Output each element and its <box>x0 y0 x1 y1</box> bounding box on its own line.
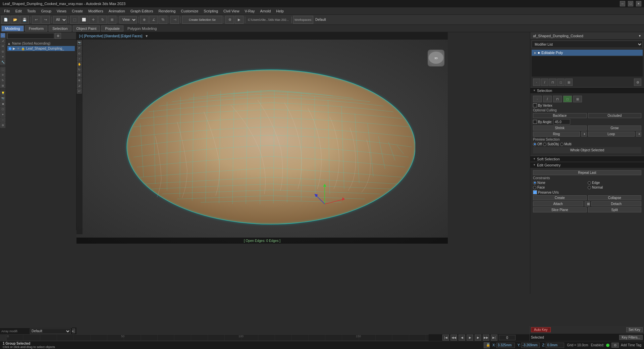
save-button[interactable]: 💾 <box>20 16 29 24</box>
lock-selection-btn[interactable]: 🔒 <box>484 342 490 348</box>
edge-radio[interactable]: Edge <box>588 181 641 185</box>
z-coord-value[interactable]: 0.0mm <box>546 343 564 348</box>
sel-element-btn[interactable]: ⊞ <box>573 96 582 102</box>
face-radio[interactable]: Face <box>533 186 587 189</box>
light-icon[interactable]: 💡 <box>0 91 5 96</box>
sel-polygon-btn[interactable]: □ <box>563 96 572 102</box>
none-radio[interactable]: None <box>533 181 587 185</box>
hierarchy-icon[interactable]: H <box>0 44 5 49</box>
loop-btn[interactable]: Loop <box>588 132 635 137</box>
key-filters-btn[interactable]: Key Filters... <box>619 335 643 340</box>
backface-btn[interactable]: Backface <box>533 113 587 118</box>
menu-animation[interactable]: Animation <box>106 8 128 14</box>
time-next-frame-btn[interactable]: ▶ <box>475 335 481 341</box>
by-angle-checkbox-item[interactable]: By Angle: <box>533 120 552 124</box>
tab-selection[interactable]: Selection <box>49 26 71 32</box>
normal-radio[interactable]: Normal <box>588 186 641 189</box>
undo-button[interactable]: ↩ <box>32 16 41 24</box>
scene-item-dumpling[interactable]: ▶ 👁 🔒 Leaf_Shaped_Dumpling_ <box>7 46 75 51</box>
motion-icon[interactable]: ◎ <box>0 49 5 54</box>
attach-settings-btn[interactable]: ⊞ <box>585 201 590 206</box>
scale-button[interactable]: ⊞ <box>108 16 116 24</box>
open-button[interactable]: 📂 <box>11 16 19 24</box>
by-angle-checkbox[interactable] <box>533 120 537 124</box>
time-prev-key-btn[interactable]: ◀◀ <box>450 335 457 341</box>
autokey-btn[interactable]: Auto Key <box>531 327 551 332</box>
modify-icon[interactable]: ⊿ <box>0 38 5 43</box>
select-region-button[interactable]: ⬜ <box>79 16 88 24</box>
vp-orbit-btn[interactable]: ↻ <box>77 67 82 72</box>
vp-field-of-view-btn[interactable]: ⊿ <box>77 83 82 88</box>
redo-button[interactable]: ↪ <box>41 16 50 24</box>
viewport-orientation-cube[interactable]: 3D <box>428 50 444 66</box>
edge-subobj-btn[interactable]: / <box>541 79 548 86</box>
grow-btn[interactable]: Grow <box>588 126 642 131</box>
menu-graph-editors[interactable]: Graph Editors <box>128 8 156 14</box>
sel-border-btn[interactable]: ⊓ <box>553 96 562 102</box>
settings-subobj-btn[interactable]: ⚙ <box>634 79 641 86</box>
polygon-subobj-btn[interactable]: □ <box>557 79 565 86</box>
add-time-tag-label[interactable]: Add Time Tag <box>621 343 641 347</box>
vp-camera-btn[interactable]: 📷 <box>77 40 82 45</box>
close-button[interactable]: ✕ <box>636 1 641 6</box>
menu-views[interactable]: Views <box>54 8 69 14</box>
ring-plus-btn[interactable]: + <box>581 132 587 137</box>
menu-edit[interactable]: Edit <box>13 8 24 14</box>
vp-zoom-btn[interactable]: + <box>77 56 82 61</box>
panel-expand-icon[interactable]: ▼ <box>638 34 641 38</box>
scene-sort-header[interactable]: ▲ Name (Sorted Ascending) <box>7 41 75 46</box>
time-go-start-btn[interactable]: |◀ <box>442 335 449 341</box>
menu-civil-view[interactable]: Civil View <box>221 8 242 14</box>
scene-search-input[interactable] <box>7 33 54 39</box>
tab-modeling[interactable]: Modeling <box>1 26 24 32</box>
modifier-list-dropdown[interactable]: Modifier List <box>532 41 643 48</box>
sel-vertex-btn[interactable]: · <box>533 96 542 102</box>
menu-arnold[interactable]: Arnold <box>258 8 274 14</box>
split-btn[interactable]: Split <box>588 207 642 212</box>
create-icon[interactable]: + <box>0 33 5 38</box>
spacewarp-icon[interactable]: ~ <box>0 117 5 122</box>
vp-undo-view-btn[interactable]: ↩ <box>77 89 82 94</box>
vp-ortho-btn[interactable]: O <box>77 51 82 56</box>
vp-maximize-btn[interactable]: ⊞ <box>77 72 82 78</box>
scene-item-lock[interactable]: 🔒 <box>21 47 25 50</box>
render-button[interactable]: ▶ <box>235 16 244 24</box>
angle-snap-button[interactable]: ∠ <box>149 16 158 24</box>
loop-plus-btn[interactable]: + <box>636 132 641 137</box>
soft-selection-header[interactable]: Soft Selection <box>530 156 644 162</box>
time-next-key-btn[interactable]: ▶▶ <box>483 335 489 341</box>
workspace-btn[interactable]: Workspaces: <box>293 16 313 24</box>
ring-btn[interactable]: Ring <box>533 132 580 137</box>
sel-edge-btn[interactable]: / <box>543 96 552 102</box>
capture-btn[interactable]: ⊙ <box>611 343 619 348</box>
menu-customize[interactable]: Customize <box>178 8 201 14</box>
by-vertex-checkbox-item[interactable]: By Vertex <box>533 103 552 107</box>
set-key-btn[interactable]: Set Key <box>626 327 643 332</box>
viewport-content[interactable]: 3D <box>76 40 448 244</box>
menu-modifiers[interactable]: Modifiers <box>86 8 106 14</box>
tab-populate[interactable]: Populate <box>101 26 123 32</box>
shrink-btn[interactable]: Shrink <box>533 126 587 131</box>
geometry-icon[interactable]: ◆ <box>0 101 5 106</box>
camera-icon[interactable]: 📷 <box>0 96 5 101</box>
vp-perspective-btn[interactable]: P <box>77 46 82 51</box>
y-coord-value[interactable]: -3.269mm <box>521 343 540 348</box>
preserve-uvs-checkbox[interactable]: ✓ <box>533 190 537 194</box>
occluded-btn[interactable]: Occluded <box>588 113 642 118</box>
preserve-uvs-checkbox-item[interactable]: ✓ Preserve UVs <box>533 190 559 194</box>
scene-item-expand[interactable]: ▶ <box>13 47 15 50</box>
move-icon[interactable]: ✛ <box>0 72 5 78</box>
scale-icon[interactable]: ⊞ <box>0 83 5 88</box>
shape-icon[interactable]: ⬡ <box>0 107 5 112</box>
move-button[interactable]: ✛ <box>89 16 98 24</box>
vp-pan-btn[interactable]: ✋ <box>77 62 82 67</box>
by-angle-input[interactable] <box>553 119 570 124</box>
utilities-icon[interactable]: 🔧 <box>0 60 5 65</box>
by-vertex-checkbox[interactable] <box>533 103 537 107</box>
scene-item-visibility[interactable]: 👁 <box>17 47 20 50</box>
helper-icon[interactable]: ✦ <box>0 112 5 117</box>
mirror-button[interactable]: ⊣ <box>170 16 179 24</box>
maximize-button[interactable]: □ <box>628 1 633 6</box>
systems-icon[interactable]: ⚙ <box>0 123 5 128</box>
menu-vray[interactable]: V-Ray <box>242 8 258 14</box>
